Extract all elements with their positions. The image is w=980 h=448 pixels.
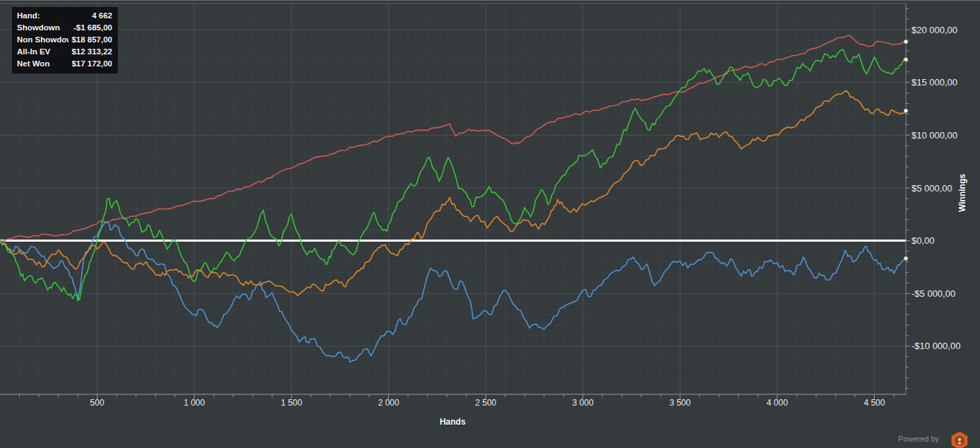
- legend-value: -$1 685,00: [73, 22, 112, 34]
- legend-row-hand: Hand: 4 662: [17, 10, 112, 22]
- series-end-marker: [904, 109, 908, 113]
- x-tick-label: 1 500: [281, 398, 302, 408]
- legend-label: Showdown: [17, 22, 71, 34]
- series-end-marker: [904, 57, 908, 61]
- legend-row-non-showdown: Non Showdown $18 857,00: [17, 34, 112, 46]
- x-tick-label: 1 000: [184, 398, 205, 408]
- series-end-marker: [904, 257, 908, 261]
- hexagon-logo-icon: [950, 431, 969, 448]
- y-tick-label: $10 000,00: [912, 130, 957, 141]
- legend-label: All-In EV: [17, 46, 68, 58]
- x-tick-label: 500: [90, 398, 104, 408]
- x-axis-ticks: [20, 394, 894, 399]
- y-tick-label: $15 000,00: [912, 77, 957, 88]
- x-axis-title: Hands: [440, 417, 466, 427]
- stats-legend: Hand: 4 662 Showdown -$1 685,00 Non Show…: [12, 7, 118, 73]
- y-tick-label: -$10 000,00: [912, 341, 960, 351]
- chart-canvas[interactable]: 5001 0001 5002 0002 5003 0003 5004 0004 …: [0, 1, 980, 448]
- legend-value: $12 313,22: [71, 46, 112, 58]
- y-axis-ticks: [906, 8, 910, 388]
- y-tick-label: -$5 000,00: [912, 288, 955, 299]
- x-tick-label: 2 500: [475, 398, 496, 408]
- legend-row-all-in-ev: All-In EV $12 313,22: [17, 46, 112, 58]
- x-tick-label: 4 500: [864, 398, 885, 408]
- legend-label: Net Won: [17, 58, 68, 70]
- x-tick-label: 3 500: [669, 398, 691, 408]
- legend-label: Non Showdown: [17, 34, 68, 46]
- legend-value: 4 662: [92, 10, 112, 22]
- y-tick-label: $0,00: [912, 235, 935, 246]
- y-tick-label: $20 000,00: [912, 25, 957, 35]
- x-tick-label: 3 000: [573, 398, 594, 408]
- x-tick-label: 4 000: [767, 398, 788, 408]
- series-end-marker: [904, 40, 908, 44]
- legend-value: $17 172,00: [71, 58, 112, 70]
- legend-label: Hand:: [17, 10, 89, 22]
- winnings-graph-panel: 5001 0001 5002 0002 5003 0003 5004 0004 …: [0, 0, 980, 448]
- legend-row-showdown: Showdown -$1 685,00: [17, 22, 112, 34]
- x-tick-label: 2 000: [378, 398, 399, 408]
- legend-row-net-won: Net Won $17 172,00: [17, 58, 112, 70]
- y-tick-label: $5 000,00: [912, 183, 952, 194]
- powered-by-text: Powered by: [898, 435, 939, 443]
- y-axis-title: Winnings: [957, 174, 967, 212]
- legend-value: $18 857,00: [71, 34, 112, 46]
